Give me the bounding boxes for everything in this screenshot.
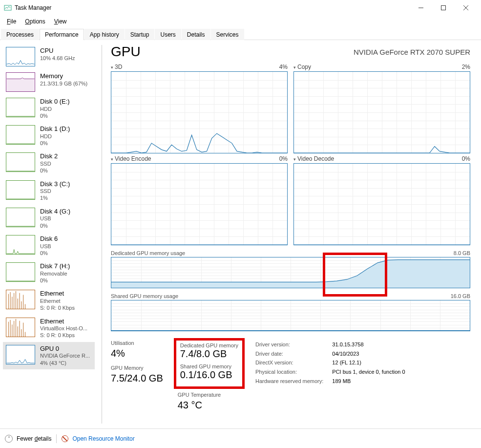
page-title: GPU — [111, 44, 141, 60]
sidebar-item-line3: 4% (43 °C) — [40, 360, 90, 366]
stat-utilisation-value: 4% — [111, 348, 163, 359]
graph-3d[interactable] — [111, 71, 288, 153]
footer: ˄ Fewer details Open Resource Monitor — [0, 428, 481, 448]
sidebar-item-disk-0-e-[interactable]: Disk 0 (E:)HDD0% — [3, 95, 95, 122]
menu-options[interactable]: Options — [21, 17, 49, 26]
info-location-value: PCI bus 1, device 0, function 0 — [332, 367, 405, 377]
titlebar: Task Manager — [0, 0, 481, 16]
graph-dedicated-memory[interactable] — [111, 257, 470, 288]
stat-gpu-memory-value: 7.5/24.0 GB — [111, 373, 163, 384]
graph-copy-header[interactable]: ▾Copy2% — [293, 64, 470, 70]
resource-monitor-icon — [62, 435, 68, 442]
tab-performance[interactable]: Performance — [40, 29, 84, 40]
sidebar-item-line3: 0% — [40, 250, 58, 256]
info-driver-version-label: Driver version: — [255, 340, 323, 349]
sidebar-item-line3: S: 0 R: 0 Kbps — [40, 304, 75, 311]
shared-mem-max: 16.0 GB — [451, 293, 470, 299]
info-hwreserved-label: Hardware reserved memory: — [255, 377, 323, 386]
sidebar-item-gpu-0[interactable]: GPU 0NVIDIA GeForce R...4% (43 °C) — [3, 342, 95, 369]
graph-video-encode-header[interactable]: ▾Video Encode0% — [111, 155, 288, 162]
tabstrip: Processes Performance App history Startu… — [0, 27, 481, 40]
chevron-up-icon[interactable]: ˄ — [5, 435, 13, 443]
tab-services[interactable]: Services — [211, 29, 244, 40]
sidebar-item-line3: 0% — [40, 222, 70, 229]
sidebar-thumbnail — [6, 98, 35, 117]
sidebar-item-ethernet[interactable]: EthernetVirtualBox Host-O...S: 0 R: 0 Kb… — [3, 315, 95, 342]
info-driver-version-value: 31.0.15.3758 — [332, 340, 405, 349]
sidebar-item-title: Disk 1 (D:) — [40, 125, 70, 133]
graph-copy[interactable] — [293, 71, 470, 153]
device-name: NVIDIA GeForce RTX 2070 SUPER — [354, 48, 470, 56]
info-location-label: Physical location: — [255, 367, 323, 377]
annotation-highlight: Dedicated GPU memory 7.4/8.0 GB Shared G… — [174, 338, 245, 389]
sidebar-thumbnail — [6, 262, 35, 282]
sidebar-item-line3: 1% — [40, 194, 70, 201]
sidebar-item-title: Ethernet — [40, 318, 87, 325]
sidebar-item-title: Disk 7 (H:) — [40, 262, 70, 270]
sidebar-item-title: GPU 0 — [40, 345, 90, 353]
sidebar-item-disk-3-c-[interactable]: Disk 3 (C:)SSD1% — [3, 177, 95, 205]
sidebar-item-disk-4-g-[interactable]: Disk 4 (G:)USB0% — [3, 205, 95, 232]
stat-dedicated-value: 7.4/8.0 GB — [180, 348, 238, 360]
main-panel: GPU NVIDIA GeForce RTX 2070 SUPER ▾3D4% … — [106, 40, 481, 428]
stat-utilisation-label: Utilisation — [111, 340, 163, 346]
sidebar-item-line3: 0% — [40, 112, 70, 119]
dedicated-mem-label: Dedicated GPU memory usage — [111, 250, 185, 256]
sidebar-item-line3: 0% — [40, 167, 58, 174]
dedicated-mem-max: 8.0 GB — [454, 250, 470, 256]
sidebar-item-line2: VirtualBox Host-O... — [40, 325, 87, 332]
window-title: Task Manager — [15, 4, 410, 11]
graph-video-encode[interactable] — [111, 163, 288, 245]
sidebar-thumbnail — [6, 345, 35, 364]
tab-users[interactable]: Users — [155, 29, 181, 40]
chevron-down-icon: ▾ — [293, 157, 296, 162]
sidebar-item-line3: S: 0 R: 0 Kbps — [40, 332, 87, 339]
open-resource-monitor-link[interactable]: Open Resource Monitor — [72, 435, 134, 442]
sidebar-item-disk-6[interactable]: Disk 6USB0% — [3, 232, 95, 259]
sidebar-item-line2: USB — [40, 243, 58, 250]
chevron-down-icon: ▾ — [111, 65, 113, 70]
chevron-down-icon: ▾ — [111, 157, 113, 162]
info-directx-value: 12 (FL 12.1) — [332, 358, 405, 367]
info-hwreserved-value: 189 MB — [332, 377, 405, 386]
sidebar-item-disk-1-d-[interactable]: Disk 1 (D:)HDD0% — [3, 122, 95, 149]
menu-view[interactable]: View — [50, 17, 71, 26]
graph-3d-header[interactable]: ▾3D4% — [111, 64, 288, 70]
graph-video-decode[interactable] — [293, 163, 470, 245]
sidebar-thumbnail — [6, 208, 35, 227]
sidebar-item-memory[interactable]: Memory21.3/31.9 GB (67%) — [3, 69, 95, 95]
tab-details[interactable]: Details — [182, 29, 210, 40]
sidebar-item-disk-7-h-[interactable]: Disk 7 (H:)Removable0% — [3, 259, 95, 287]
graph-shared-memory[interactable] — [111, 300, 470, 331]
menu-file[interactable]: File — [3, 17, 20, 26]
sidebar-thumbnail — [6, 180, 35, 200]
chevron-down-icon: ▾ — [293, 65, 296, 70]
tab-startup[interactable]: Startup — [125, 29, 155, 40]
divider[interactable] — [102, 45, 102, 424]
maximize-button[interactable] — [432, 0, 455, 16]
sidebar-item-line2: Removable — [40, 270, 70, 277]
info-directx-label: DirectX version: — [255, 358, 323, 367]
stat-gpu-memory-label: GPU Memory — [111, 365, 163, 371]
sidebar-item-ethernet[interactable]: EthernetEthernetS: 0 R: 0 Kbps — [3, 287, 95, 314]
tab-app-history[interactable]: App history — [84, 29, 125, 40]
sidebar-item-title: Disk 4 (G:) — [40, 208, 70, 215]
stat-dedicated-label: Dedicated GPU memory — [180, 342, 238, 348]
sidebar-item-title: Disk 3 (C:) — [40, 180, 70, 188]
info-driver-date-value: 04/10/2023 — [332, 349, 405, 359]
sidebar: CPU10% 4.68 GHzMemory21.3/31.9 GB (67%)D… — [0, 40, 98, 428]
sidebar-thumbnail — [6, 318, 35, 337]
sidebar-thumbnail — [6, 125, 35, 145]
fewer-details-button[interactable]: Fewer details — [17, 435, 51, 442]
tab-processes[interactable]: Processes — [1, 29, 39, 40]
close-button[interactable] — [455, 0, 477, 16]
sidebar-item-line2: SSD — [40, 160, 58, 167]
minimize-button[interactable] — [410, 0, 432, 16]
graph-video-decode-header[interactable]: ▾Video Decode0% — [293, 155, 470, 162]
sidebar-item-cpu[interactable]: CPU10% 4.68 GHz — [3, 44, 95, 69]
sidebar-thumbnail — [6, 290, 35, 309]
stat-temperature-label: GPU Temperature — [178, 392, 241, 398]
stat-shared-label: Shared GPU memory — [180, 363, 238, 369]
sidebar-item-disk-2[interactable]: Disk 2SSD0% — [3, 149, 95, 177]
sidebar-thumbnail — [6, 235, 35, 255]
